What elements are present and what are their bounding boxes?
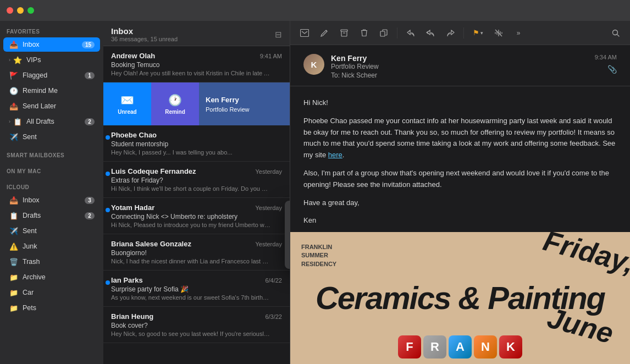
minimize-button[interactable] [17, 7, 24, 14]
message-item-phoebe-chao[interactable]: Phoebe Chao Student mentorship Hey Nick,… [103, 125, 290, 162]
sidebar: Favorites 📥 Inbox 15 › ⭐ VIPs 🚩 Flagged … [0, 21, 103, 364]
poster-friday-text: Friday, [541, 232, 630, 278]
on-my-mac-label: On My Mac [0, 161, 103, 177]
email-body[interactable]: Hi Nick! Phoebe Chao passed me your cont… [290, 86, 630, 232]
remind-icon: 🕐 [9, 86, 19, 96]
sent-icloud-icon: ✈️ [9, 226, 19, 236]
email-greeting: Hi Nick! [303, 97, 617, 109]
message-item-ian-parks[interactable]: Ian Parks 6/4/22 Surprise party for Sofi… [103, 271, 290, 307]
email-view: ⚑ ▾ » K Ken Ferry Portfolio Revie [290, 21, 630, 364]
clay-letter-f: F [398, 335, 421, 359]
ken-ferry-message-item[interactable]: Ken Ferry Portfolio Review [199, 82, 290, 125]
archive-button[interactable] [336, 25, 352, 41]
swipe-actions: ✉️ Unread 🕐 Remind Ken Ferry Portfolio R… [103, 82, 290, 125]
drafts-icon: 📋 [13, 117, 23, 126]
svg-point-4 [613, 30, 618, 35]
message-item-andrew-olah[interactable]: Andrew Olah 9:41 AM Booking Temuco Hey O… [103, 46, 290, 82]
flag-dropdown-button[interactable]: ⚑ ▾ [469, 25, 487, 41]
message-item-yotam[interactable]: Yotam Hadar Yesterday Connecting Nick <>… [103, 198, 290, 234]
sender-name: Yotam Hadar [111, 203, 154, 212]
sender-info: Ken Ferry Portfolio Review To: Nick Sche… [331, 54, 379, 79]
email-to-field: To: Nick Scheer [331, 71, 379, 79]
forward-button[interactable] [443, 25, 458, 41]
chevron-icon: › [9, 57, 10, 63]
sidebar-item-icloud-inbox[interactable]: 📥 Inbox 3 [3, 193, 100, 207]
smart-mailboxes-label: Smart Mailboxes [0, 145, 103, 161]
remind-1hour-option[interactable]: Remind me in 1 hour [285, 203, 290, 219]
clay-letter-r: R [423, 335, 446, 359]
message-item-brian-heung[interactable]: Brian Heung 6/3/22 Book cover? Hey Nick,… [103, 307, 290, 343]
sidebar-item-send-later[interactable]: 📤 Send Later [3, 99, 100, 113]
move-button[interactable] [376, 25, 391, 41]
poster-main-text: Ceramics & Painting [316, 282, 605, 314]
flag-icon: ⚑ [473, 29, 479, 37]
message-time: Yesterday [255, 205, 282, 211]
message-time: Yesterday [255, 241, 282, 247]
maximize-button[interactable] [27, 7, 34, 14]
sidebar-item-all-drafts[interactable]: › 📋 All Drafts 2 [3, 114, 100, 129]
remind-icon: 🕐 [168, 93, 182, 107]
unread-swipe-button[interactable]: ✉️ Unread [103, 82, 151, 125]
remind-dropdown: Remind me in 1 hour Remind me Tonight Re… [285, 201, 290, 269]
sidebar-item-icloud-pets[interactable]: 📁 Pets [3, 301, 100, 315]
remind-tomorrow-option[interactable]: Remind me Tomorrow [285, 235, 290, 251]
sidebar-item-icloud-archive[interactable]: 📁 Archive [3, 270, 100, 284]
flag-chevron-icon: ▾ [480, 30, 483, 36]
toolbar: ⚑ ▾ » [290, 21, 630, 45]
sidebar-item-icloud-drafts[interactable]: 📋 Drafts 2 [3, 208, 100, 223]
sidebar-item-icloud-junk[interactable]: ⚠️ Junk [3, 239, 100, 253]
reply-all-button[interactable] [423, 25, 438, 41]
sidebar-item-vips[interactable]: › ⭐ VIPs [3, 53, 100, 67]
flag-icon: 🚩 [9, 70, 19, 80]
svg-rect-2 [380, 31, 385, 36]
sidebar-item-sent-favorites[interactable]: ✈️ Sent [3, 130, 100, 144]
sender-display-name: Ken Ferry [331, 54, 379, 63]
message-item-luis[interactable]: Luis Codeque Fernandez Yesterday Extras … [103, 162, 290, 198]
send-later-icon: 📤 [9, 101, 19, 111]
sidebar-item-inbox-favorites[interactable]: 📥 Inbox 15 [3, 37, 100, 52]
compose-button[interactable] [317, 25, 332, 41]
message-item-briana[interactable]: Briana Salese Gonzalez Yesterday Buongio… [103, 234, 290, 271]
clay-letter-n: N [474, 335, 497, 359]
remind-swipe-button[interactable]: 🕐 Remind [151, 82, 199, 125]
inbox-icon: 📥 [9, 40, 19, 49]
clay-letter-a: A [449, 335, 472, 359]
filter-icon[interactable]: ⊟ [275, 30, 282, 40]
close-button[interactable] [7, 7, 13, 14]
message-preview: Hi Nick, Pleased to introduce you to my … [111, 222, 270, 228]
sidebar-item-flagged[interactable]: 🚩 Flagged 1 [3, 68, 100, 82]
unread-indicator [106, 208, 110, 212]
email-timestamp: 9:34 AM [595, 54, 617, 60]
sidebar-item-remind-me[interactable]: 🕐 Remind Me [3, 84, 100, 98]
sender-area: K Ken Ferry Portfolio Review To: Nick Sc… [303, 54, 379, 79]
more-button[interactable]: » [511, 25, 526, 41]
inbox-icloud-icon: 📥 [9, 195, 19, 205]
search-button[interactable] [608, 25, 623, 41]
unread-indicator [106, 172, 110, 176]
message-subject: Buongiorno! [111, 249, 282, 257]
main-layout: Favorites 📥 Inbox 15 › ⭐ VIPs 🚩 Flagged … [0, 21, 630, 364]
svg-rect-0 [301, 29, 309, 36]
message-preview: Hey Olah! Are you still keen to visit Kr… [111, 70, 270, 76]
remind-later-option[interactable]: Remind me Later... [285, 251, 290, 267]
sender-avatar: K [303, 54, 324, 75]
unread-indicator [106, 135, 110, 140]
reply-button[interactable] [403, 25, 418, 41]
message-list-header: Inbox 36 messages, 15 unread ⊟ [103, 21, 290, 46]
remind-tonight-option[interactable]: Remind me Tonight [285, 219, 290, 235]
portfolio-link[interactable]: here [328, 151, 342, 159]
sidebar-item-icloud-trash[interactable]: 🗑️ Trash [3, 255, 100, 269]
sender-name: Briana Salese Gonzalez [111, 240, 191, 248]
message-time: 9:41 AM [260, 53, 282, 59]
chevron-icon: › [9, 119, 10, 124]
sidebar-item-icloud-sent[interactable]: ✈️ Sent [3, 224, 100, 238]
mute-button[interactable] [491, 25, 506, 41]
trash-button[interactable] [356, 25, 372, 41]
sender-name: Phoebe Chao [111, 131, 157, 139]
new-message-button[interactable] [297, 25, 312, 41]
titlebar [0, 0, 630, 21]
sender-name: Luis Codeque Fernandez [111, 167, 196, 175]
email-paragraph-1: Phoebe Chao passed me your contact info … [303, 115, 617, 161]
sidebar-item-icloud-car[interactable]: 📁 Car [3, 285, 100, 300]
inbox-subtitle: 36 messages, 15 unread [111, 36, 178, 42]
